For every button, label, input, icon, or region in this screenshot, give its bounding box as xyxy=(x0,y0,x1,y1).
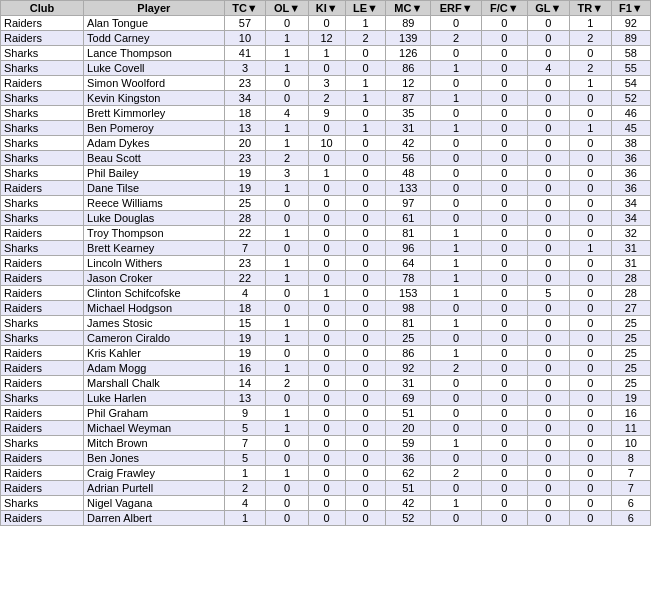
cell-gl: 0 xyxy=(527,316,569,331)
cell-le: 0 xyxy=(345,226,386,241)
cell-player: Ben Jones xyxy=(84,451,225,466)
cell-mc: 133 xyxy=(386,181,431,196)
cell-le: 0 xyxy=(345,406,386,421)
cell-erf: 2 xyxy=(431,361,482,376)
table-row: SharksBen Pomeroy1310131100145 xyxy=(1,121,651,136)
col-header-ol[interactable]: OL▼ xyxy=(266,1,308,16)
cell-tr: 0 xyxy=(570,346,612,361)
cell-ol: 4 xyxy=(266,106,308,121)
cell-f1: 58 xyxy=(611,46,650,61)
cell-mc: 48 xyxy=(386,166,431,181)
cell-player: James Stosic xyxy=(84,316,225,331)
cell-club: Raiders xyxy=(1,346,84,361)
cell-le: 0 xyxy=(345,466,386,481)
cell-f1: 11 xyxy=(611,421,650,436)
cell-ki: 1 xyxy=(308,46,345,61)
cell-ki: 0 xyxy=(308,436,345,451)
cell-mc: 96 xyxy=(386,241,431,256)
cell-tr: 0 xyxy=(570,451,612,466)
cell-player: Adrian Purtell xyxy=(84,481,225,496)
cell-gl: 0 xyxy=(527,511,569,526)
table-row: SharksCameron Ciraldo1910025000025 xyxy=(1,331,651,346)
col-header-ki[interactable]: KI▼ xyxy=(308,1,345,16)
col-header-club[interactable]: Club xyxy=(1,1,84,16)
cell-ki: 0 xyxy=(308,241,345,256)
cell-le: 0 xyxy=(345,106,386,121)
cell-tc: 19 xyxy=(224,346,266,361)
cell-club: Raiders xyxy=(1,226,84,241)
cell-tr: 1 xyxy=(570,16,612,31)
cell-ol: 0 xyxy=(266,436,308,451)
cell-ol: 1 xyxy=(266,406,308,421)
cell-erf: 0 xyxy=(431,451,482,466)
cell-player: Lance Thompson xyxy=(84,46,225,61)
cell-player: Adam Dykes xyxy=(84,136,225,151)
cell-club: Raiders xyxy=(1,361,84,376)
cell-f1: 89 xyxy=(611,31,650,46)
cell-club: Sharks xyxy=(1,496,84,511)
cell-ki: 1 xyxy=(308,286,345,301)
table-row: RaidersAdam Mogg1610092200025 xyxy=(1,361,651,376)
cell-club: Raiders xyxy=(1,181,84,196)
cell-gl: 0 xyxy=(527,331,569,346)
cell-mc: 64 xyxy=(386,256,431,271)
cell-club: Sharks xyxy=(1,106,84,121)
cell-player: Lincoln Withers xyxy=(84,256,225,271)
cell-ol: 3 xyxy=(266,166,308,181)
col-header-erf[interactable]: ERF▼ xyxy=(431,1,482,16)
cell-erf: 0 xyxy=(431,481,482,496)
cell-mc: 52 xyxy=(386,511,431,526)
cell-f1: 7 xyxy=(611,481,650,496)
cell-erf: 0 xyxy=(431,46,482,61)
cell-le: 0 xyxy=(345,136,386,151)
cell-tr: 0 xyxy=(570,46,612,61)
col-header-f1[interactable]: F1▼ xyxy=(611,1,650,16)
cell-player: Phil Bailey xyxy=(84,166,225,181)
cell-f1: 52 xyxy=(611,91,650,106)
cell-club: Raiders xyxy=(1,301,84,316)
cell-fc: 0 xyxy=(482,436,528,451)
cell-f1: 27 xyxy=(611,301,650,316)
cell-tc: 3 xyxy=(224,61,266,76)
cell-club: Raiders xyxy=(1,466,84,481)
cell-gl: 0 xyxy=(527,256,569,271)
cell-fc: 0 xyxy=(482,46,528,61)
col-header-mc[interactable]: MC▼ xyxy=(386,1,431,16)
cell-player: Phil Graham xyxy=(84,406,225,421)
cell-gl: 0 xyxy=(527,106,569,121)
cell-erf: 1 xyxy=(431,271,482,286)
cell-le: 0 xyxy=(345,376,386,391)
cell-fc: 0 xyxy=(482,136,528,151)
col-header-gl[interactable]: GL▼ xyxy=(527,1,569,16)
cell-tc: 1 xyxy=(224,511,266,526)
cell-tr: 0 xyxy=(570,151,612,166)
col-header-fc[interactable]: F/C▼ xyxy=(482,1,528,16)
cell-gl: 0 xyxy=(527,136,569,151)
cell-gl: 0 xyxy=(527,31,569,46)
cell-ki: 0 xyxy=(308,301,345,316)
cell-le: 0 xyxy=(345,346,386,361)
cell-le: 0 xyxy=(345,166,386,181)
cell-mc: 51 xyxy=(386,406,431,421)
cell-player: Luke Covell xyxy=(84,61,225,76)
col-header-le[interactable]: LE▼ xyxy=(345,1,386,16)
col-header-player[interactable]: Player xyxy=(84,1,225,16)
cell-club: Raiders xyxy=(1,406,84,421)
cell-ki: 0 xyxy=(308,16,345,31)
cell-le: 0 xyxy=(345,211,386,226)
cell-erf: 1 xyxy=(431,121,482,136)
cell-fc: 0 xyxy=(482,211,528,226)
cell-ol: 0 xyxy=(266,496,308,511)
cell-f1: 31 xyxy=(611,256,650,271)
col-header-tc[interactable]: TC▼ xyxy=(224,1,266,16)
cell-tc: 19 xyxy=(224,331,266,346)
cell-f1: 25 xyxy=(611,316,650,331)
cell-ol: 1 xyxy=(266,121,308,136)
cell-ol: 1 xyxy=(266,271,308,286)
cell-f1: 46 xyxy=(611,106,650,121)
cell-gl: 0 xyxy=(527,496,569,511)
cell-club: Raiders xyxy=(1,511,84,526)
col-header-tr[interactable]: TR▼ xyxy=(570,1,612,16)
cell-fc: 0 xyxy=(482,511,528,526)
cell-player: Luke Douglas xyxy=(84,211,225,226)
